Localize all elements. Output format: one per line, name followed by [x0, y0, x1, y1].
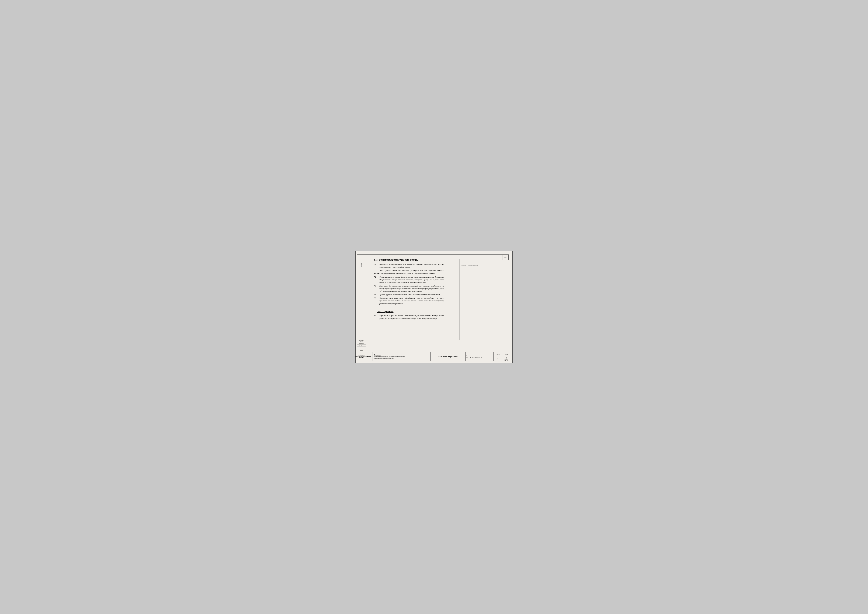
bottom-block: ГОССТРОЙ СССР ЦНИИПРОЕКТАЛЬКОНСТРУКЦИЯ М…	[357, 352, 511, 361]
right-note: заводом – изготовителем.	[461, 265, 502, 267]
para-8-1-num: 8.1.	[374, 314, 379, 320]
sidebar-signatures: Гл. инженерпроекта Нач. отдела Пров. Ива…	[357, 276, 366, 352]
bottom-year: 1968г.	[366, 352, 373, 361]
para-7-3-text: Резервуары для подземного хранения нефте…	[380, 285, 444, 293]
album-label: Альбом	[493, 354, 502, 356]
para-7-4: 7.4. Уровень грунтовых вод должен быть н…	[374, 293, 444, 296]
center-title-text: Технические условия.	[437, 355, 459, 358]
left-sidebar: Изменен Листов Поз. Гл. инженерпроекта Н…	[357, 254, 366, 352]
para-7-2-text: Опоры резервуаров могут быть бетонные, к…	[380, 276, 444, 284]
gost-numbers: 704-1-42, 43, 44, 45, 46, 47, 48.	[467, 357, 493, 358]
para-opory: Опоры располагаются под днищами резервуо…	[374, 269, 444, 274]
sidebar-top-section: Изменен Листов Поз.	[357, 254, 366, 276]
bottom-album: Альбом I	[493, 352, 502, 361]
desc-line3: емкостью 3,5, 10, 25, 50, 75 и 100 м³	[374, 357, 429, 359]
list-label: Лист	[502, 354, 511, 356]
para-7-5-text: Установка технологического оборудования …	[380, 297, 444, 305]
desc-line2: сборные горизонтальные для нефти, нефтеп…	[374, 356, 429, 357]
para-7-5: 7.5. Установка технологического оборудов…	[374, 297, 444, 305]
section-8-content: 8.1. Гарантийный срок для завода – изгот…	[374, 314, 444, 320]
org-line1: ГОССТРОЙ СССР	[358, 355, 366, 356]
para-8-1: 8.1. Гарантийный срок для завода – изгот…	[374, 314, 444, 320]
bottom-gost: Типовые проекты 704-1-42, 43, 44, 45, 46…	[465, 352, 493, 361]
year-value: 1968г.	[367, 355, 372, 358]
section-7-title: VII. Установка резервуаров на место.	[374, 258, 444, 261]
gost-label: Типовые проекты	[467, 355, 493, 357]
section-7-content: 7.1. Резервуары предназначенные для назе…	[374, 263, 444, 305]
bottom-org: ГОССТРОЙ СССР ЦНИИПРОЕКТАЛЬКОНСТРУКЦИЯ М…	[357, 352, 366, 361]
org-line3: МОСКВА	[359, 357, 364, 358]
column-divider	[460, 259, 460, 340]
para-7-1-text: Резервуары предназначенные для наземного…	[380, 263, 444, 268]
bottom-description: Резервуары сборные горизонтальные для не…	[373, 352, 431, 361]
para-7-2-num: 7.2.	[374, 276, 379, 284]
section-8-title: VIII. Гарантии.	[377, 310, 447, 313]
para-7-5-num: 7.5.	[374, 297, 379, 305]
para-7-2: 7.2. Опоры резервуаров могут быть бетонн…	[374, 276, 444, 284]
para-7-3: 7.3. Резервуары для подземного хранения …	[374, 285, 444, 293]
main-content: заводом – изготовителем. VII. Установка …	[367, 255, 508, 352]
para-7-1-num: 7.1.	[374, 263, 379, 268]
document-page: Изменен Листов Поз. Гл. инженерпроекта Н…	[355, 251, 513, 363]
doc-code: 82718	[505, 359, 508, 361]
list-value: 6	[505, 356, 508, 360]
desc-line1: Резервуары	[374, 354, 429, 356]
bottom-center-title: Технические условия.	[431, 352, 465, 361]
para-7-3-num: 7.3.	[374, 285, 379, 293]
para-7-4-num: 7.4.	[374, 293, 379, 296]
para-7-4-text: Уровень грунтовых вод должен быть на 500…	[380, 293, 444, 296]
para-7-1: 7.1. Резервуары предназначенные для назе…	[374, 263, 444, 268]
para-8-1-text: Гарантийный срок для завода – изготовите…	[380, 314, 444, 320]
album-value: I	[497, 356, 499, 360]
